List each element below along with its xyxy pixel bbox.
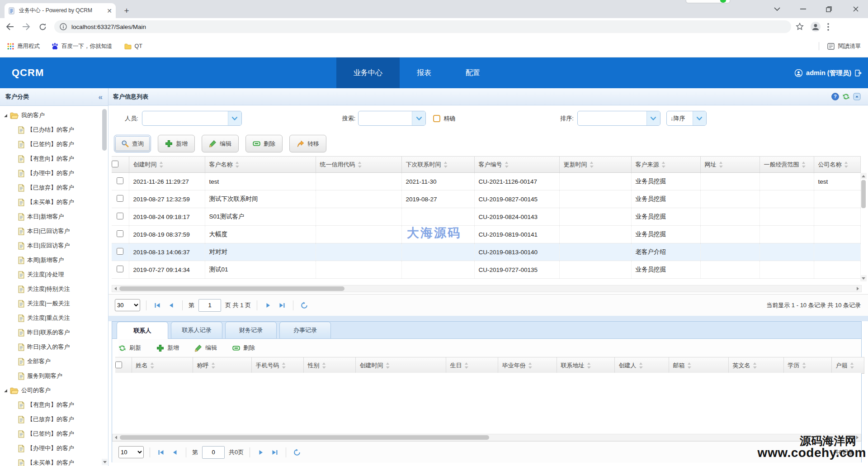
column-header[interactable]: 邮箱 xyxy=(669,357,728,374)
column-header[interactable]: 创建人 xyxy=(614,357,669,374)
sort-field-select[interactable] xyxy=(577,111,660,126)
prev-page-button[interactable] xyxy=(170,447,180,457)
forward-button[interactable] xyxy=(20,20,33,33)
next-page-button[interactable] xyxy=(263,300,273,310)
tree-item[interactable]: 本日|应回访客户 xyxy=(0,238,102,253)
table-row[interactable]: 2021-11-26 11:29:27test2021-11-30CU-2021… xyxy=(112,173,860,190)
app-logo[interactable]: QCRM xyxy=(12,67,328,79)
table-row[interactable]: 2019-08-24 09:18:17S01测试客户CU-2019-0824-0… xyxy=(112,208,860,226)
prev-page-button[interactable] xyxy=(166,300,176,310)
tree-item[interactable]: 【未买单】的客户 xyxy=(0,195,102,209)
refresh-button[interactable]: 刷新 xyxy=(118,344,141,352)
column-header[interactable]: 创建时间 xyxy=(355,357,446,374)
tree-item[interactable]: 【已签约】的客户 xyxy=(0,427,102,441)
column-header[interactable]: 下次联系时间 xyxy=(401,157,474,173)
tree-item[interactable]: 关注度|冷处理 xyxy=(0,267,102,282)
refresh-page-button[interactable] xyxy=(299,300,309,310)
tree-folder[interactable]: 公司的客户 xyxy=(0,383,102,398)
tree-item[interactable]: 服务到期客户 xyxy=(0,369,102,383)
tree-item[interactable]: 关注度|一般关注 xyxy=(0,296,102,311)
column-header[interactable]: 创建时间 xyxy=(129,157,205,173)
bookmark-item[interactable]: 應用程式 xyxy=(7,43,40,50)
panel-collapse-icon[interactable] xyxy=(853,93,861,100)
user-info[interactable]: admin (管理员) xyxy=(795,57,862,88)
select-all-checkbox[interactable] xyxy=(115,361,122,368)
tree-item[interactable]: 关注度|重点关注 xyxy=(0,311,102,325)
last-page-button[interactable] xyxy=(270,447,280,457)
nav-item-1[interactable]: 报表 xyxy=(400,57,448,88)
tree-expand-icon[interactable] xyxy=(4,114,7,117)
refresh-page-button[interactable] xyxy=(292,447,302,457)
tree-item[interactable]: 昨日|录入的客户 xyxy=(0,340,102,354)
tree-expand-icon[interactable] xyxy=(4,389,7,392)
column-header[interactable]: 姓名 xyxy=(132,357,193,374)
column-header[interactable]: 手机号码 xyxy=(251,357,303,374)
tree-item[interactable]: 【有意向】的客户 xyxy=(0,152,102,166)
column-header[interactable]: 更新时间 xyxy=(559,157,631,173)
remove-button[interactable]: 删除 xyxy=(245,135,283,152)
reload-button[interactable] xyxy=(36,20,49,33)
site-info-icon[interactable] xyxy=(60,23,67,30)
tree-item[interactable]: 关注度|特别关注 xyxy=(0,282,102,296)
column-header[interactable]: 生日 xyxy=(446,357,498,374)
edit-button[interactable]: 编辑 xyxy=(202,135,239,152)
reading-list-button[interactable]: 閱讀清單 xyxy=(838,43,861,50)
table-row[interactable]: 2019-08-27 12:32:59测试下次联系时间2019-08-27CU-… xyxy=(112,190,860,208)
tree-item[interactable]: 【办理中】的客户 xyxy=(0,441,102,456)
grid-horizontal-scrollbar[interactable] xyxy=(112,285,862,292)
nav-item-2[interactable]: 配置 xyxy=(448,57,497,88)
page-size-select[interactable]: 10 xyxy=(118,446,144,458)
column-header[interactable]: 英文名 xyxy=(728,357,783,374)
row-checkbox[interactable] xyxy=(117,195,123,202)
tree-item[interactable]: 本日|新增客户 xyxy=(0,209,102,224)
bookmark-star-icon[interactable] xyxy=(796,23,804,31)
table-row[interactable]: 2019-08-19 08:37:59大幅度CU-2019-0819-00141… xyxy=(112,226,860,243)
table-row[interactable]: 2019-07-27 09:14:34测试01CU-2019-0727-0013… xyxy=(112,261,860,279)
help-icon[interactable]: ? xyxy=(831,93,839,100)
minimize-button[interactable] xyxy=(795,4,811,14)
column-header[interactable]: 称呼 xyxy=(193,357,251,374)
panel-refresh-icon[interactable] xyxy=(842,93,850,100)
detail-tab-3[interactable]: 办事记录 xyxy=(279,322,331,338)
grid-vertical-scrollbar[interactable] xyxy=(860,173,867,281)
column-header[interactable]: 毕业年份 xyxy=(498,357,557,374)
search-filter-select[interactable] xyxy=(358,111,426,126)
column-header[interactable]: 统一信用代码 xyxy=(316,157,401,173)
page-number-input[interactable] xyxy=(198,299,221,312)
first-page-button[interactable] xyxy=(156,447,166,457)
tree-item[interactable]: 【已放弃】的客户 xyxy=(0,181,102,195)
column-header[interactable]: 学历 xyxy=(783,357,831,374)
column-header[interactable]: 性别 xyxy=(303,357,355,374)
profile-avatar[interactable] xyxy=(810,21,821,32)
sidebar-collapse-icon[interactable]: « xyxy=(99,93,103,101)
close-window-button[interactable] xyxy=(848,4,863,14)
tree-item[interactable]: 【有意向】的客户 xyxy=(0,398,102,412)
tree-item[interactable]: 本日|已回访客户 xyxy=(0,224,102,238)
add-button[interactable]: 新增 xyxy=(158,135,195,152)
new-tab-button[interactable]: + xyxy=(121,5,132,16)
url-bar[interactable]: localhost:63327/Sales/Main xyxy=(54,20,791,33)
tree-item[interactable]: 【办理中】的客户 xyxy=(0,166,102,181)
sidebar-scrollbar[interactable] xyxy=(102,108,108,465)
row-checkbox[interactable] xyxy=(117,266,123,272)
detail-tab-0[interactable]: 联系人 xyxy=(117,322,168,339)
search-button[interactable]: 查询 xyxy=(114,135,151,152)
exact-checkbox[interactable] xyxy=(433,115,440,122)
tree-item[interactable]: 【已办结】的客户 xyxy=(0,123,102,137)
detail-tab-1[interactable]: 联系人记录 xyxy=(171,322,222,338)
page-size-select[interactable]: 30 xyxy=(115,299,140,311)
next-page-button[interactable] xyxy=(256,447,266,457)
first-page-button[interactable] xyxy=(152,300,162,310)
edit-button[interactable]: 编辑 xyxy=(194,344,217,352)
remove-button[interactable]: 删除 xyxy=(232,344,255,352)
page-number-input[interactable] xyxy=(202,446,225,459)
tree-item[interactable]: 全部客户 xyxy=(0,354,102,369)
column-header[interactable]: 户籍 xyxy=(831,357,864,374)
column-header[interactable]: 一般经营范围 xyxy=(760,157,814,173)
browser-menu-dots-icon[interactable] xyxy=(827,23,829,31)
last-page-button[interactable] xyxy=(277,300,287,310)
column-header[interactable]: 客户来源 xyxy=(631,157,700,173)
tree-item[interactable]: 【未买单】的客户 xyxy=(0,456,102,466)
row-checkbox[interactable] xyxy=(117,230,123,237)
column-header[interactable]: 客户名称 xyxy=(205,157,316,173)
